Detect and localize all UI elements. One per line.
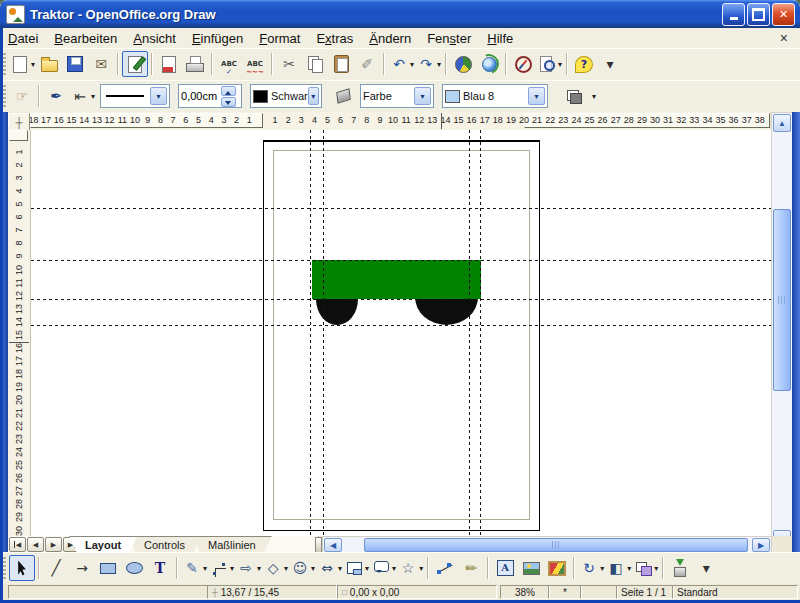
auto-spellcheck-button[interactable]: ABC~~~ <box>242 51 268 77</box>
print-button[interactable] <box>182 51 208 77</box>
paste-button[interactable] <box>328 51 354 77</box>
guide-horizontal[interactable] <box>31 299 771 300</box>
dropdown-arrow-icon[interactable]: ▾ <box>558 60 562 69</box>
dropdown-arrow-icon[interactable]: ▾ <box>365 564 369 573</box>
line-width-stepper[interactable]: 0,00cm <box>178 84 242 108</box>
dropdown-arrow-icon[interactable]: ▾ <box>284 564 288 573</box>
rectangle-button[interactable] <box>95 555 121 581</box>
fill-style-select[interactable]: Farbe ▾ <box>360 84 434 108</box>
insert-chart-button[interactable] <box>450 51 476 77</box>
dropdown-arrow-icon[interactable]: ▾ <box>654 564 658 573</box>
dropdown-arrow-icon[interactable]: ▾ <box>437 60 441 69</box>
dropdown-arrow-icon[interactable]: ▾ <box>203 564 207 573</box>
menu-item-bearbeiten[interactable]: Bearbeiten <box>46 30 125 47</box>
arrow-shapes-button[interactable]: ⇔▾ <box>316 555 343 581</box>
navigator-button[interactable] <box>510 51 536 77</box>
dropdown-arrow-icon[interactable]: ▾ <box>419 564 423 573</box>
tab-masslinien[interactable]: Maßlinien <box>192 536 272 553</box>
symbol-shapes-button[interactable]: ☺▾ <box>289 555 316 581</box>
guide-vertical[interactable] <box>323 130 324 536</box>
line-color-select[interactable]: Schwar ▾ <box>250 84 322 108</box>
menu-item-ansicht[interactable]: Ansicht <box>125 30 184 47</box>
dropdown-arrow-icon[interactable]: ▾ <box>311 564 315 573</box>
chevron-down-icon[interactable]: ▾ <box>414 87 431 105</box>
menu-item-format[interactable]: Format <box>251 30 308 47</box>
dropdown-arrow-icon[interactable]: ▾ <box>410 60 414 69</box>
chevron-down-icon[interactable]: ▾ <box>150 87 167 105</box>
dropdown-arrow-icon[interactable]: ▾ <box>257 564 261 573</box>
toolbar-overflow-button[interactable]: ▾ <box>693 555 719 581</box>
document-close-button[interactable]: × <box>776 30 792 46</box>
spin-down-button[interactable] <box>221 97 236 107</box>
line-style-select[interactable]: ▾ <box>100 84 170 108</box>
guide-horizontal[interactable] <box>31 260 771 261</box>
minimize-button[interactable] <box>722 3 745 26</box>
toolbar-overflow-button[interactable]: ▾ <box>597 51 623 77</box>
scroll-up-button[interactable]: ▲ <box>773 114 791 132</box>
stars-button[interactable]: ☆▾ <box>397 555 424 581</box>
chevron-down-icon[interactable]: ▾ <box>528 87 545 105</box>
line-dialog-button[interactable]: ✒ <box>43 83 69 109</box>
gallery-button[interactable] <box>544 555 570 581</box>
hyperlink-button[interactable] <box>476 51 502 77</box>
send-email-button[interactable]: ✉ <box>88 51 114 77</box>
guide-vertical[interactable] <box>480 130 481 536</box>
new-document-button[interactable]: ▾ <box>9 51 36 77</box>
edit-points-toggle-button[interactable]: ☞ <box>9 83 35 109</box>
horizontal-ruler[interactable]: 1817161514131211109876543211234567891011… <box>30 112 770 131</box>
dropdown-arrow-icon[interactable]: ▾ <box>31 60 35 69</box>
menu-item-hilfe[interactable]: Hilfe <box>479 30 521 47</box>
fontwork-button[interactable]: A <box>492 555 518 581</box>
chevron-down-icon[interactable]: ▾ <box>308 87 319 105</box>
vertical-scrollbar[interactable]: ▲ ▼ <box>771 112 793 550</box>
next-page-button[interactable]: ▶ <box>45 537 62 552</box>
drawing-canvas[interactable] <box>30 130 771 536</box>
fill-color-select[interactable]: Blau 8 ▾ <box>442 84 548 108</box>
previous-page-button[interactable]: ◀ <box>27 537 44 552</box>
insert-picture-button[interactable] <box>518 555 544 581</box>
vertical-ruler[interactable]: 1234567891011121314151617181920212223242… <box>8 130 31 536</box>
line-arrow-button[interactable]: → <box>69 555 95 581</box>
spin-up-button[interactable] <box>221 86 236 96</box>
dropdown-arrow-icon[interactable]: ▾ <box>230 564 234 573</box>
dropdown-arrow-icon[interactable]: ▾ <box>91 92 95 101</box>
select-button[interactable] <box>9 555 35 581</box>
format-paintbrush-button[interactable]: ✐ <box>354 51 380 77</box>
zoom-button[interactable]: ▾ <box>536 51 563 77</box>
title-bar[interactable]: Traktor - OpenOffice.org Draw ✕ <box>0 0 800 28</box>
dropdown-arrow-icon[interactable]: ▾ <box>338 564 342 573</box>
export-pdf-button[interactable] <box>156 51 182 77</box>
copy-button[interactable] <box>302 51 328 77</box>
edit-file-button[interactable] <box>122 51 148 77</box>
menu-item-andern[interactable]: Ändern <box>361 30 419 47</box>
menu-item-extras[interactable]: Extras <box>308 30 361 47</box>
save-button[interactable] <box>62 51 88 77</box>
text-button[interactable]: T <box>147 555 173 581</box>
guide-vertical[interactable] <box>310 130 311 536</box>
basic-shapes-button[interactable]: ◇▾ <box>262 555 289 581</box>
first-page-button[interactable]: ◀ <box>9 537 26 552</box>
maximize-button[interactable] <box>747 3 770 26</box>
tractor-body[interactable] <box>312 260 481 299</box>
guide-vertical[interactable] <box>469 130 470 536</box>
dropdown-arrow-icon[interactable]: ▾ <box>627 564 631 573</box>
arrow-style-button[interactable]: ⇤ ▾ <box>69 83 96 109</box>
dropdown-arrow-icon[interactable]: ▾ <box>600 564 604 573</box>
menu-item-fenster[interactable]: Fenster <box>419 30 479 47</box>
toolbar-grip[interactable] <box>2 85 6 107</box>
status-zoom-field[interactable]: 38% <box>500 585 550 599</box>
scroll-right-button[interactable]: ▶ <box>752 538 770 552</box>
toolbar-grip[interactable] <box>2 53 6 75</box>
menu-item-datei[interactable]: Datei <box>0 30 46 47</box>
open-button[interactable] <box>36 51 62 77</box>
redo-button[interactable]: ↷▾ <box>415 51 442 77</box>
area-dialog-button[interactable] <box>330 83 356 109</box>
guide-horizontal[interactable] <box>31 208 771 209</box>
curve-button[interactable]: ✎▾ <box>181 555 208 581</box>
guide-horizontal[interactable] <box>31 325 771 326</box>
help-button[interactable]: ? <box>571 51 597 77</box>
cut-button[interactable]: ✂ <box>276 51 302 77</box>
tab-controls[interactable]: Controls <box>128 536 201 553</box>
spellcheck-button[interactable]: ABC✓ <box>216 51 242 77</box>
vertical-scroll-thumb[interactable] <box>773 209 791 391</box>
